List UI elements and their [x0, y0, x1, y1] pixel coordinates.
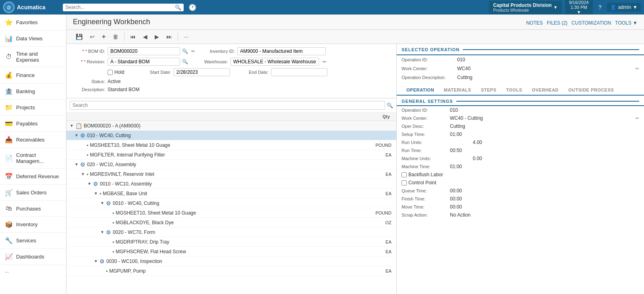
- tree-expand-icon[interactable]: ▼: [75, 133, 79, 138]
- history-button[interactable]: 🕐: [187, 2, 198, 13]
- tree-expand-icon[interactable]: ▼: [75, 162, 79, 167]
- tree-row[interactable]: ▪ MGFILTER, Internal Purifying Filter EA: [66, 150, 396, 160]
- notes-button[interactable]: NOTES: [526, 20, 543, 26]
- backflush-labor-checkbox[interactable]: [402, 172, 407, 177]
- datetime-dropdown-icon[interactable]: ▼: [577, 10, 581, 15]
- sidebar-item-projects[interactable]: 📁 Projects: [0, 100, 66, 116]
- sidebar-more-button[interactable]: ...: [0, 265, 66, 277]
- tree-row[interactable]: ▪ MGBLACKDYE, Black Dye OZ: [66, 218, 396, 227]
- tree-expand-icon[interactable]: ▼: [81, 172, 86, 176]
- tree-row[interactable]: ▼ ⚙ 0010 - WC10, Assembly: [66, 179, 396, 189]
- tree-row[interactable]: ▼ ⚙ 010 - WC40, Cutting: [66, 131, 396, 140]
- tree-search-icon[interactable]: 🔍: [387, 102, 393, 108]
- sidebar-item-sales-orders[interactable]: 🛒 Sales Orders: [0, 185, 66, 201]
- tree-row[interactable]: ▼ ▪ MGBASE, Base Unit EA: [66, 189, 396, 198]
- tab-outside-process[interactable]: OUTSIDE PROCESS: [563, 85, 619, 96]
- tree-row[interactable]: ▼ ⚙ 020 - WC10, Assembly: [66, 160, 396, 169]
- inventory-id-input[interactable]: [237, 47, 326, 55]
- tree-row[interactable]: ▼ ⚙ 0020 - WC70, Form: [66, 227, 396, 237]
- gs-run-time-label: Run Time:: [402, 148, 450, 153]
- op-desc-label: Operation Description:: [402, 75, 454, 80]
- bom-id-lookup-btn[interactable]: 🔍: [181, 48, 189, 54]
- sidebar-item-receivables[interactable]: 📥 Receivables: [0, 132, 66, 148]
- gs-work-center: Work Center: WC40 - Cutting ✏: [397, 114, 644, 122]
- sidebar-item-favorites[interactable]: ⭐ Favorites: [0, 15, 66, 31]
- start-date-input[interactable]: [174, 68, 230, 76]
- tree-search-input[interactable]: [70, 101, 385, 110]
- undo-button[interactable]: ↩: [87, 32, 97, 42]
- tree-row[interactable]: ▼ ⚙ 0010 - WC40, Cutting: [66, 198, 396, 208]
- sidebar-item-services[interactable]: 🔧 Services: [0, 233, 66, 249]
- sidebar-item-banking[interactable]: 🏦 Banking: [0, 83, 66, 100]
- logo-area[interactable]: @ Acumatica: [3, 2, 60, 13]
- prev-button[interactable]: ◀: [140, 32, 150, 42]
- add-button[interactable]: +: [99, 31, 108, 42]
- tab-tools[interactable]: TOOLS: [501, 85, 527, 96]
- tree-row-label: MGSHEET10, Sheet Metal 10 Guage: [90, 142, 371, 148]
- bom-id-edit-btn[interactable]: ✏: [190, 48, 196, 54]
- tree-row[interactable]: ▼ ⚙ 0030 - WC100, Inspection: [66, 256, 396, 266]
- tools-button[interactable]: TOOLS ▼: [615, 20, 638, 26]
- bom-id-input[interactable]: [108, 47, 180, 55]
- next-button[interactable]: ▶: [152, 32, 162, 42]
- sidebar-item-finance[interactable]: 💰 Finance: [0, 67, 66, 83]
- tree-row[interactable]: ▪ MGPUMP, Pump EA: [66, 266, 396, 276]
- tree-expand-icon[interactable]: ▼: [70, 123, 75, 128]
- search-bar[interactable]: 🔍: [63, 4, 184, 11]
- tree-expand-icon[interactable]: ▼: [100, 230, 105, 234]
- sidebar-item-contract-mgmt[interactable]: 📄 Contract Managem...: [0, 148, 66, 169]
- tree-row-label: MGSHEET10, Sheet Metal 10 Guage: [116, 210, 371, 216]
- save-icon-button[interactable]: 💾: [73, 32, 85, 42]
- end-date-input[interactable]: [271, 68, 327, 76]
- company-selector[interactable]: Capital Products Division Products Whole…: [489, 1, 561, 14]
- sidebar-item-inventory[interactable]: 📦 Inventory: [0, 217, 66, 233]
- revision-input[interactable]: [108, 58, 180, 66]
- gs-wc-edit-btn[interactable]: ✏: [636, 116, 639, 121]
- hold-checkbox[interactable]: [108, 70, 113, 75]
- tree-expand-icon[interactable]: ▼: [94, 191, 99, 196]
- sidebar-item-dashboards[interactable]: 📈 Dashboards: [0, 249, 66, 265]
- last-button[interactable]: ⏭: [164, 32, 175, 42]
- tree-row[interactable]: ▪ MGFHSCREW, Flat Head Screw EA: [66, 247, 396, 256]
- sidebar-item-purchases[interactable]: 🛍 Purchases: [0, 201, 66, 217]
- sidebar-item-time-expenses[interactable]: ⏱ Time and Expenses: [0, 47, 66, 67]
- datetime-area[interactable]: 9/16/2024 1:30 PM ▼: [565, 0, 593, 16]
- tab-overhead[interactable]: OVERHEAD: [527, 85, 563, 96]
- tab-operation[interactable]: OPERATION: [402, 85, 439, 96]
- search-icon[interactable]: 🔍: [175, 4, 181, 10]
- first-button[interactable]: ⏮: [127, 32, 139, 42]
- description-label: Description:: [73, 87, 105, 92]
- sidebar-item-deferred-revenue[interactable]: 📅 Deferred Revenue: [0, 169, 66, 185]
- company-dropdown-icon[interactable]: ▼: [553, 5, 558, 10]
- tree-expand-icon[interactable]: ▼: [87, 181, 92, 186]
- tree-row[interactable]: ▼ 📋 BOM000020 - A (AM9000): [66, 121, 396, 131]
- tree-expand-icon[interactable]: ▼: [100, 201, 105, 205]
- tree-row[interactable]: ▪ MGDRIPTRAY, Drip Tray EA: [66, 237, 396, 247]
- sidebar-item-payables[interactable]: 💳 Payables: [0, 116, 66, 132]
- user-menu-button[interactable]: 👤 admin ▼: [607, 3, 641, 12]
- work-center-edit-btn[interactable]: ✏: [636, 66, 639, 71]
- more-button[interactable]: ···: [181, 32, 191, 42]
- files-button[interactable]: FILES (2): [547, 20, 567, 26]
- help-button[interactable]: ?: [596, 2, 604, 12]
- tree-row[interactable]: ▪ MGSHEET10, Sheet Metal 10 Guage POUND: [66, 140, 396, 150]
- gs-operation-id: Operation ID: 010: [397, 106, 644, 114]
- delete-button[interactable]: 🗑: [110, 32, 121, 42]
- customization-button[interactable]: CUSTOMIZATION: [572, 20, 611, 26]
- gs-op-id-value: 010: [450, 107, 639, 113]
- tab-steps[interactable]: STEPS: [476, 85, 501, 96]
- op-field-work-center: Work Center: WC40 ✏: [397, 64, 644, 73]
- warehouse-edit-btn[interactable]: ✏: [321, 59, 327, 65]
- tab-materials[interactable]: MATERIALS: [439, 85, 476, 96]
- revision-lookup-btn[interactable]: 🔍: [181, 58, 189, 65]
- tree-qty-header: Qty: [369, 114, 393, 119]
- warehouse-input[interactable]: [230, 58, 319, 66]
- search-input[interactable]: [65, 4, 175, 10]
- bom-icon: 📋: [75, 123, 82, 129]
- tree-row[interactable]: ▼ ▪ MGRESVINLT, Reservoir Inlet EA: [66, 169, 396, 179]
- tree-expand-icon[interactable]: ▼: [94, 259, 99, 263]
- control-point-checkbox[interactable]: [402, 180, 407, 186]
- panels: * BOM ID: 🔍 ✏ Inventory ID:: [66, 44, 644, 294]
- sidebar-item-data-views[interactable]: 📊 Data Views: [0, 31, 66, 47]
- tree-row[interactable]: ▪ MGSHEET10, Sheet Metal 10 Guage POUND: [66, 208, 396, 218]
